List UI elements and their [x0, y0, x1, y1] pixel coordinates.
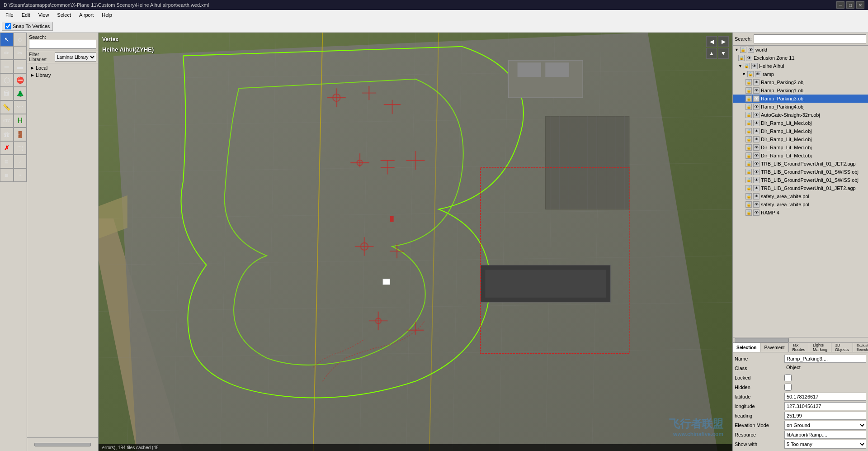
delete-tool-button[interactable]: ✗ [0, 141, 14, 155]
nav-row-2: ▲ ▼ [706, 48, 729, 59]
snap-to-vertices-checkbox[interactable] [5, 23, 11, 29]
prop-longitude-input[interactable] [784, 402, 866, 410]
tree-ramp[interactable]: ▼ 🔒 👁 ramp [733, 70, 868, 78]
prop-latitude-row: latitude [735, 392, 866, 401]
tab-lights-marking[interactable]: Lights Marking [809, 343, 831, 352]
line-tool-button[interactable]: 📏 [0, 100, 14, 114]
tree-ramp-parking3[interactable]: 🔒 👁 Ramp_Parking3.obj [733, 95, 868, 103]
nav-right-button[interactable]: ▶ [718, 36, 729, 47]
eye-icon: 👁 [753, 209, 760, 216]
tree-gpu-4[interactable]: 🔒 👁 TRB_LIB_GroundPowerUnit_01_JET2.agp [733, 184, 868, 192]
menu-edit[interactable]: Edit [18, 11, 34, 19]
menu-select[interactable]: Select [53, 11, 75, 19]
road-tool-button[interactable]: 🛣 [0, 128, 14, 141]
runway-tool-button[interactable]: ▬ [14, 60, 27, 73]
taxiway-tool-button[interactable]: ═ [0, 60, 14, 73]
prop-show-with-select[interactable]: 5 Too many 1 Very Few 2 Few 3 Normal 4 M… [784, 440, 866, 449]
svg-rect-49 [518, 63, 541, 77]
nav-left-button[interactable]: ◀ [706, 36, 717, 47]
add-edge-tool-button[interactable]: ✏ [0, 46, 14, 60]
tree-safety-1[interactable]: 🔒 👁 safety_area_white.pol [733, 192, 868, 200]
tab-exclusion-boundary[interactable]: Exclusion Boundary [853, 343, 868, 352]
eye-icon: 👁 [753, 144, 760, 151]
unknown-tool-1[interactable]: ▤ [0, 155, 14, 168]
maximize-button[interactable]: □ [846, 1, 854, 9]
tree-dir-ramp-3[interactable]: 🔒 👁 Dir_Ramp_Lit_Med.obj [733, 135, 868, 143]
prop-latitude-input[interactable] [784, 393, 866, 401]
tree-gpu-3[interactable]: 🔒 👁 TRB_LIB_GroundPowerUnit_01_SWISS.obj [733, 176, 868, 184]
tree-ramp-parking1[interactable]: 🔒 👁 Ramp_Parking1.obj [733, 86, 868, 95]
unknown-tool-2[interactable]: ⟋ [14, 155, 27, 168]
prop-heading-input[interactable] [784, 412, 866, 420]
forest-tool-button[interactable]: 🌲 [14, 87, 27, 100]
helipad-tool-button[interactable]: H [14, 114, 27, 128]
tree-ramp-parking2[interactable]: 🔒 👁 Ramp_Parking2.obj [733, 78, 868, 86]
exclusion-tool-button[interactable]: ⛔ [14, 73, 27, 87]
tab-pavement[interactable]: Pavement [760, 343, 788, 352]
tree-world[interactable]: ▼ 🔒 👁 world [733, 46, 868, 54]
right-search-input[interactable] [754, 34, 866, 43]
filter-libraries-select[interactable]: Laminar Library [55, 52, 96, 62]
tree-dir-ramp-5[interactable]: 🔒 👁 Dir_Ramp_Lit_Med.obj [733, 152, 868, 160]
nav-up-button[interactable]: ▲ [706, 48, 717, 59]
prop-name-input[interactable] [784, 355, 866, 363]
tab-3d-objects[interactable]: 3D Objects [831, 343, 853, 352]
arrow-tool-button[interactable]: ↖ [0, 33, 14, 46]
prop-elevation-select[interactable]: on Ground Above Ground MSL [784, 421, 866, 430]
unknown-tool-4[interactable]: ▪ [14, 168, 27, 182]
tree-autogate[interactable]: 🔒 👁 AutoGate-Straight-32m.obj [733, 111, 868, 119]
right-tree-scrollbar[interactable] [733, 337, 868, 342]
menu-view[interactable]: View [35, 11, 53, 19]
tree-library-label: Library [36, 72, 51, 78]
prop-locked-checkbox[interactable] [784, 374, 792, 381]
split-tool-button[interactable]: ✂ [14, 46, 27, 60]
left-search-input[interactable] [29, 40, 96, 49]
tab-selection[interactable]: Selection [733, 343, 760, 352]
viewport[interactable]: Vertex Heihe Aihui(ZYHE) ◀ ▶ ▲ ▼ errors)… [99, 33, 732, 451]
minimize-button[interactable]: ─ [836, 1, 844, 9]
tool-row-8: 🛣 🚪 [0, 128, 27, 141]
navigation-controls: ◀ ▶ ▲ ▼ [706, 36, 729, 59]
lock-icon: 🔒 [747, 71, 754, 77]
prop-heading-label: heading [735, 413, 784, 418]
prop-longitude-row: longitude [735, 402, 866, 411]
object-tool-button[interactable]: ⬡ [0, 73, 14, 87]
tab-taxi-routes[interactable]: Taxi Routes [789, 343, 810, 352]
atc-tool-button[interactable]: ATC [0, 114, 14, 128]
menu-file[interactable]: File [2, 11, 17, 19]
string-tool-button[interactable]: 〰 [14, 100, 27, 114]
tree-safety-2[interactable]: 🔒 👁 safety_area_white.pol [733, 200, 868, 209]
close-button[interactable]: ✕ [856, 1, 864, 9]
scroll-thumb[interactable] [735, 338, 789, 342]
menu-airport[interactable]: Airport [75, 11, 97, 19]
eye-icon: 👁 [753, 128, 760, 134]
tree-ramp-parking4[interactable]: 🔒 👁 Ramp_Parking4.obj [733, 103, 868, 111]
unknown-tool-3[interactable]: ▦ [0, 168, 14, 182]
menu-help[interactable]: Help [98, 11, 116, 19]
lock-icon: 🔒 [740, 47, 746, 53]
snap-to-vertices-label[interactable]: Snap To Vertices [2, 22, 53, 31]
tree-dir-ramp-2[interactable]: 🔒 👁 Dir_Ramp_Lit_Med.obj [733, 127, 868, 135]
tree-dir-ramp-4[interactable]: 🔒 👁 Dir_Ramp_Lit_Med.obj [733, 143, 868, 152]
tree-ramp4[interactable]: 🔒 👁 RAMP 4 [733, 209, 868, 217]
autogate-label: AutoGate-Straight-32m.obj [761, 112, 820, 118]
prop-resource-input[interactable] [784, 431, 866, 439]
tree-heihe-aihui[interactable]: ▼ 🔒 👁 Heihe Aihui [733, 62, 868, 70]
left-panel-bottom [27, 437, 98, 451]
tree-gpu-2[interactable]: 🔒 👁 TRB_LIB_GroundPowerUnit_01_SWISS.obj [733, 168, 868, 176]
prop-hidden-checkbox[interactable] [784, 384, 792, 391]
horizontal-scrollbar[interactable] [34, 443, 91, 446]
tree-exclusion-zone[interactable]: 🔒 👁 Exclusion Zone 11 [733, 54, 868, 62]
auto-gate-tool-button[interactable]: 🚪 [14, 128, 27, 141]
tree-gpu-1[interactable]: 🔒 👁 TRB_LIB_GroundPowerUnit_01_JET2.agp [733, 160, 868, 168]
tool-row-10: ▤ ⟋ [0, 155, 27, 168]
tree-library[interactable]: ▶ Library [27, 71, 98, 79]
facade-tool-button[interactable]: 🏛 [0, 87, 14, 100]
nav-down-button[interactable]: ▼ [718, 48, 729, 59]
lock-icon: 🔒 [745, 152, 752, 159]
eye-icon: 👁 [753, 161, 760, 167]
vertex-tool-button[interactable]: ◇ [14, 33, 27, 46]
marquee-tool-button[interactable]: ⬚ [14, 141, 27, 155]
tree-dir-ramp-1[interactable]: 🔒 👁 Dir_Ramp_Lit_Med.obj [733, 119, 868, 127]
tree-local[interactable]: ▶ Local [27, 64, 98, 71]
